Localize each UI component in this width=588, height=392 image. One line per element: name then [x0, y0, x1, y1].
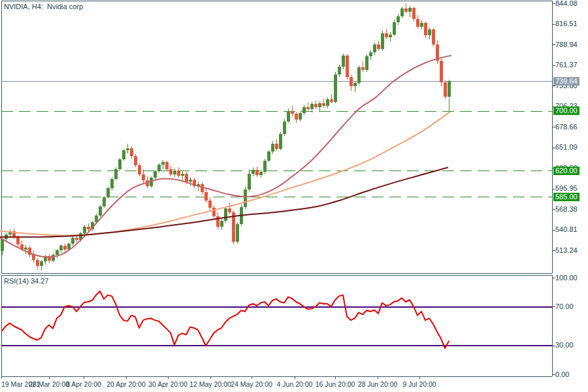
candle-down: [314, 104, 318, 107]
current-price-badge[interactable]: 739.64: [553, 77, 580, 86]
candle-up: [56, 250, 59, 255]
candle-up: [400, 8, 404, 16]
candle-up: [408, 8, 412, 12]
candle-down: [16, 237, 20, 244]
ma-maroon-line[interactable]: [0, 168, 448, 237]
rsi-axis-label: 100.00: [555, 274, 578, 282]
price-axis-label: 595.95: [555, 184, 578, 193]
candle-up: [259, 172, 263, 175]
candle-up: [173, 171, 176, 174]
chart-canvas[interactable]: [0, 0, 588, 392]
candle-down: [208, 201, 212, 208]
price-axis-label: 816.51: [555, 20, 578, 28]
candle-down: [330, 99, 333, 101]
level-price-badge[interactable]: 585.00: [553, 193, 580, 201]
candle-up: [103, 197, 106, 206]
candle-up: [287, 111, 290, 122]
candle-up: [310, 104, 314, 109]
candle-up: [252, 170, 255, 174]
candle-down: [416, 19, 419, 26]
candle-up: [154, 171, 157, 178]
candle-down: [185, 174, 188, 182]
candle-up: [420, 23, 423, 27]
candle-up: [283, 122, 286, 134]
candle-down: [134, 156, 137, 165]
candle-up: [389, 35, 392, 37]
candle-up: [263, 161, 267, 172]
candle-up: [428, 29, 431, 35]
candle-up: [83, 227, 86, 233]
candle-up: [1, 239, 4, 251]
time-axis-label: 26 Mar 20:00: [29, 380, 69, 388]
level-price-badge[interactable]: 700.00: [553, 106, 580, 115]
candle-down: [204, 192, 208, 201]
candle-up: [189, 180, 192, 182]
rsi-axis-label: 70.00: [555, 302, 574, 311]
candle-down: [255, 170, 259, 175]
candle-up: [299, 113, 302, 120]
candle-down: [177, 171, 180, 176]
time-axis-label: 16 Jun 20:00: [316, 380, 355, 388]
candle-up: [302, 107, 306, 113]
candle-down: [212, 208, 216, 216]
candle-down: [440, 61, 443, 82]
candle-down: [36, 260, 39, 266]
candle-down: [412, 8, 416, 19]
time-axis-label: 4 Jun 20:00: [277, 380, 313, 388]
candle-down: [216, 216, 220, 227]
candle-up: [365, 56, 368, 70]
price-axis-label: 761.37: [555, 61, 578, 69]
time-axis-label: 20 Apr 20:00: [106, 380, 146, 388]
candle-down: [291, 111, 294, 114]
candle-up: [114, 169, 118, 179]
candle-up: [318, 103, 321, 107]
price-axis-label: 568.38: [555, 205, 578, 214]
candle-down: [444, 82, 447, 97]
candle-up: [267, 152, 270, 161]
candle-up: [338, 67, 341, 74]
candle-up: [110, 179, 114, 189]
price-axis-label: 651.09: [555, 143, 578, 152]
rsi-indicator-label: RSI(14) 34.27: [4, 277, 48, 286]
candle-down: [322, 103, 325, 105]
candle-up: [157, 165, 161, 171]
candle-down: [346, 56, 349, 77]
candle-down: [424, 23, 427, 35]
level-price-badge[interactable]: 620.00: [553, 167, 580, 175]
candle-down: [130, 148, 133, 157]
time-axis-label: 9 Jul 20:00: [402, 380, 436, 388]
time-axis-label: 8 Apr 20:00: [66, 380, 101, 388]
price-axis-label: 844.08: [555, 0, 578, 8]
candle-down: [169, 169, 172, 174]
candle-up: [244, 189, 247, 207]
price-axis-label: 513.24: [555, 246, 578, 255]
candle-up: [279, 134, 282, 149]
candle-up: [99, 206, 102, 216]
rsi-line: [2, 291, 449, 348]
candle-up: [326, 99, 329, 105]
candle-down: [377, 44, 380, 49]
candle-down: [228, 208, 231, 212]
candle-up: [40, 261, 43, 266]
candle-up: [397, 16, 400, 22]
candle-down: [165, 162, 169, 169]
candle-up: [448, 81, 451, 97]
candle-up: [224, 208, 227, 220]
candle-down: [306, 107, 310, 109]
ma-rose-line[interactable]: [0, 56, 451, 257]
rsi-axis-label: 0.00: [555, 370, 569, 379]
candle-down: [350, 77, 353, 86]
candle-up: [393, 22, 396, 35]
candle-down: [87, 227, 90, 230]
candle-down: [295, 114, 298, 120]
candle-up: [381, 33, 384, 49]
candle-down: [138, 165, 141, 174]
candle-up: [106, 188, 110, 197]
chart-window: { "window": { "title": "NVIDIA, H4: Nvid…: [0, 0, 588, 392]
candle-up: [236, 224, 239, 241]
rsi-axis-label: 30.00: [555, 341, 574, 350]
candle-down: [275, 144, 278, 149]
candle-up: [220, 221, 223, 227]
candle-up: [334, 74, 337, 102]
price-axis-label: 788.94: [555, 41, 578, 49]
